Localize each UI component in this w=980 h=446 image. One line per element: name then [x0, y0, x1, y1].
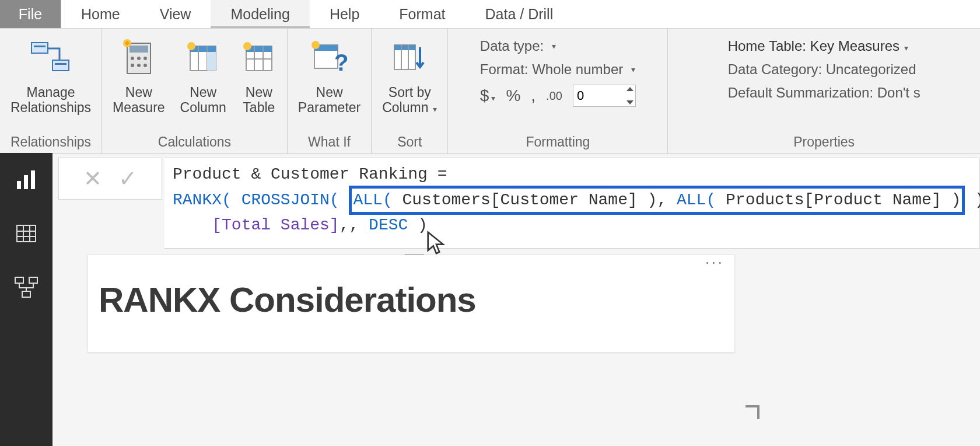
svg-rect-35: [31, 170, 35, 189]
formula-controls: ✕ ✓: [58, 158, 162, 200]
visual-more-menu[interactable]: ···: [705, 253, 724, 271]
visual-title: RANKX Considerations: [88, 255, 734, 320]
new-table-icon: [242, 34, 276, 81]
svg-rect-43: [22, 291, 30, 297]
tab-file[interactable]: File: [0, 0, 61, 28]
measure-ref: [Total Sales]: [212, 216, 339, 234]
svg-point-28: [312, 41, 320, 49]
chevron-down-icon[interactable]: ▾: [552, 41, 556, 51]
svg-point-18: [187, 42, 195, 50]
svg-rect-34: [24, 175, 28, 189]
all1-arg: Customers[Customer Name] ): [393, 191, 657, 209]
new-table-button[interactable]: New Table: [242, 34, 276, 116]
chevron-down-icon[interactable]: ▾: [631, 65, 635, 74]
cursor-icon: [426, 231, 446, 255]
fn-all-2: ALL(: [677, 191, 716, 209]
group-label-formatting: Formatting: [459, 132, 657, 154]
fn-all-1: ALL(: [353, 191, 392, 209]
svg-point-7: [137, 57, 141, 60]
new-parameter-label: New Parameter: [298, 85, 360, 116]
svg-rect-3: [55, 63, 66, 65]
datatype-label: Data type:: [480, 38, 544, 54]
sort-icon: [391, 34, 428, 81]
group-formatting: Data type: ▾ Format: Whole number ▾ $▾ %…: [448, 29, 668, 154]
group-relationships: Manage Relationships Relationships: [0, 29, 102, 154]
svg-rect-30: [394, 45, 415, 50]
new-column-label: New Column: [180, 85, 226, 116]
ribbon: Manage Relationships Relationships: [0, 29, 980, 154]
group-whatif: ? New Parameter What If: [288, 29, 372, 154]
svg-rect-33: [17, 181, 21, 189]
group-label-calculations: Calculations: [113, 132, 276, 154]
svg-text:?: ?: [334, 50, 348, 75]
thousands-button[interactable]: ,: [531, 86, 536, 105]
tab-home[interactable]: Home: [61, 0, 140, 28]
currency-button[interactable]: $▾: [480, 86, 496, 105]
kw-desc: DESC: [369, 216, 408, 234]
decimals-icon: .00: [546, 89, 562, 103]
new-parameter-button[interactable]: ? New Parameter: [298, 34, 360, 116]
svg-point-8: [144, 57, 147, 60]
all2-arg: Products[Product Name] ): [716, 191, 961, 209]
svg-point-6: [131, 57, 134, 60]
new-column-button[interactable]: New Column: [180, 34, 226, 116]
view-rail: [0, 153, 52, 446]
svg-rect-5: [130, 46, 148, 53]
fn-rankx: RANKX(: [173, 191, 232, 209]
cancel-formula-button[interactable]: ✕: [83, 166, 102, 191]
highlight-box: ALL( Customers[Customer Name] ), ALL( Pr…: [349, 186, 965, 215]
relationship-icon: [30, 34, 71, 81]
group-label-whatif: What If: [298, 132, 360, 154]
tab-data-drill[interactable]: Data / Drill: [466, 0, 573, 28]
home-table-dropdown[interactable]: Home Table: Key Measures ▾: [728, 38, 908, 54]
decimals-input[interactable]: [573, 85, 636, 107]
data-view-button[interactable]: [12, 219, 40, 248]
tab-help[interactable]: Help: [310, 0, 379, 28]
sort-by-column-button[interactable]: Sort by Column ▾: [382, 34, 437, 116]
decimals-spinner[interactable]: [573, 85, 636, 107]
formula-editor[interactable]: Product & Customer Ranking = RANKX( CROS…: [164, 158, 980, 249]
tab-strip: File Home View Modeling Help Format Data…: [0, 0, 980, 29]
tab-modeling[interactable]: Modeling: [211, 0, 309, 28]
new-column-icon: [186, 34, 220, 81]
format-label[interactable]: Format: Whole number: [480, 61, 623, 78]
group-sort: Sort by Column ▾ Sort: [372, 29, 448, 154]
new-table-label: New Table: [243, 85, 275, 116]
sort-by-column-label: Sort by Column ▾: [382, 85, 437, 116]
group-label-relationships: Relationships: [10, 132, 91, 154]
svg-rect-42: [29, 277, 37, 283]
chevron-down-icon: ▾: [430, 104, 437, 114]
group-calculations: New Measure New Column: [102, 29, 288, 154]
new-measure-button[interactable]: New Measure: [113, 34, 164, 116]
measure-name: Product & Customer Ranking =: [173, 165, 457, 183]
svg-point-11: [144, 64, 147, 67]
svg-point-9: [131, 64, 134, 67]
svg-rect-36: [17, 225, 36, 242]
fn-crossjoin: CROSSJOIN(: [242, 191, 340, 209]
group-properties: Home Table: Key Measures ▾ Data Category…: [668, 29, 980, 154]
close-rankx: ): [408, 216, 428, 234]
commit-formula-button[interactable]: ✓: [118, 166, 137, 191]
report-view-button[interactable]: [12, 166, 40, 194]
svg-rect-41: [15, 277, 23, 283]
svg-rect-0: [32, 43, 48, 53]
data-category-dropdown[interactable]: Data Category: Uncategorized: [728, 61, 916, 78]
manage-relationships-button[interactable]: Manage Relationships: [10, 34, 91, 116]
svg-point-24: [243, 42, 251, 50]
parameter-icon: ?: [311, 34, 348, 81]
sep: ,: [657, 191, 677, 209]
svg-rect-17: [207, 52, 216, 71]
calculator-icon: [121, 34, 156, 81]
svg-rect-1: [34, 46, 46, 47]
after-measure: ,,: [340, 216, 369, 234]
visual-card[interactable]: ··· RANKX Considerations: [88, 255, 735, 353]
model-view-button[interactable]: [12, 273, 40, 301]
tab-format[interactable]: Format: [379, 0, 465, 28]
default-summarization-dropdown[interactable]: Default Summarization: Don't s: [728, 85, 921, 101]
canvas-resize-icon: [744, 405, 764, 425]
new-measure-label: New Measure: [113, 85, 164, 116]
manage-relationships-label: Manage Relationships: [10, 85, 91, 116]
percent-button[interactable]: %: [506, 86, 520, 105]
group-label-sort: Sort: [382, 132, 437, 154]
tab-view[interactable]: View: [140, 0, 211, 28]
